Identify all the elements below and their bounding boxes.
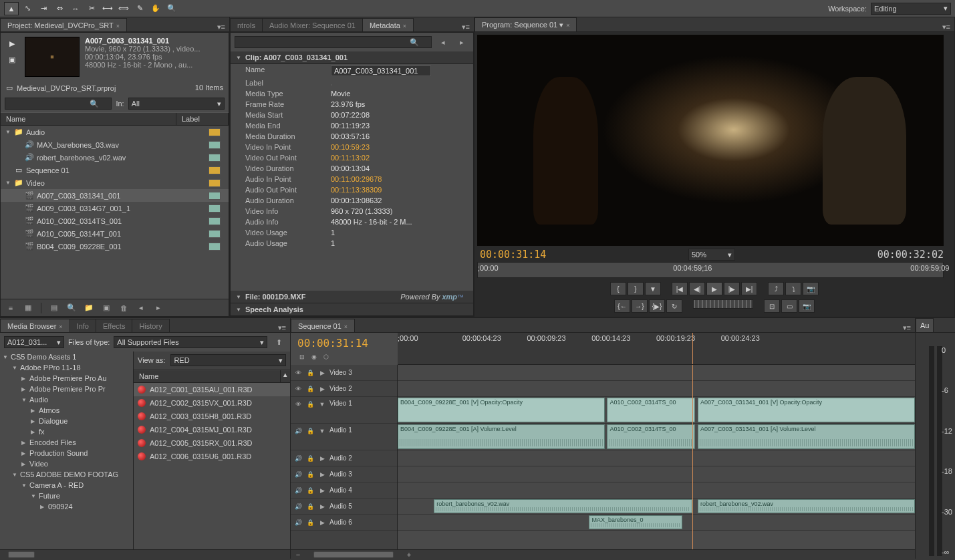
panel-menu-icon[interactable]: ▾≡ <box>942 23 950 31</box>
track-header[interactable]: 👁🔒▼Video 1 <box>291 397 397 424</box>
effect-controls-tab[interactable]: ntrols <box>230 18 263 31</box>
timeline-clip[interactable]: A007_C003_031341_001 [A] Volume:Level <box>698 424 915 449</box>
timeline-clip[interactable]: robert_barebones_v02.wav <box>434 499 692 513</box>
goto-out-icon[interactable]: ▶| <box>741 282 757 295</box>
project-search[interactable]: 🔍 <box>5 98 112 110</box>
track-header[interactable]: 👁🔒▶Video 3 <box>291 365 397 381</box>
goto-prev-marker-icon[interactable]: {← <box>614 299 630 313</box>
lock-track-icon[interactable]: 🔒 <box>305 454 315 463</box>
prev-icon[interactable]: ◂ <box>134 301 148 315</box>
tree-node[interactable]: ▼Adobe PPro 11-18 <box>0 362 133 373</box>
safe-margins-icon[interactable]: ⊡ <box>764 299 780 313</box>
track-lane[interactable]: B004_C009_09228E_001 [V] Opacity:Opacity… <box>398 397 915 424</box>
tree-node[interactable]: ▶Adobe Premiere Pro Pr <box>0 384 133 394</box>
lock-track-icon[interactable]: 🔒 <box>305 426 315 436</box>
bin-item[interactable]: 🔊robert_barebones_v02.wav <box>1 151 229 164</box>
close-icon[interactable]: × <box>403 23 406 29</box>
toggle-track-icon[interactable]: 🔊 <box>293 470 303 479</box>
program-tab[interactable]: Program: Sequence 01 ▾× <box>474 17 577 31</box>
goto-next-marker-icon[interactable]: →} <box>632 299 648 313</box>
mark-in-icon[interactable]: { <box>610 282 626 295</box>
tree-node[interactable]: ▼CS5 ADOBE DEMO FOOTAG <box>0 469 133 480</box>
sequence-tab[interactable]: Sequence 01× <box>291 319 355 332</box>
panel-menu-icon[interactable]: ▾≡ <box>278 323 286 332</box>
new-item-icon[interactable]: ▣ <box>99 301 114 315</box>
tree-node[interactable]: ▶Dialogue <box>0 416 133 426</box>
tree-node[interactable]: ▶090924 <box>0 501 133 512</box>
track-lane[interactable] <box>398 482 915 499</box>
path-dropdown[interactable]: A012_031...▾ <box>4 336 64 348</box>
name-column[interactable]: Name <box>134 370 281 382</box>
media-file-item[interactable]: A012_C002_0315VX_001.R3D <box>134 396 290 410</box>
media-file-item[interactable]: A012_C005_0315RX_001.R3D <box>134 436 290 450</box>
timeline-clip[interactable]: MAX_barebones_0 <box>589 515 682 529</box>
bin-item[interactable]: 🎬A007_C003_031341_001 <box>1 189 229 202</box>
timeline-clip[interactable]: A010_C002_0314TS_00 <box>607 398 695 422</box>
track-lane[interactable] <box>398 450 915 466</box>
timeline-clip[interactable]: B004_C009_09228E_001 [V] Opacity:Opacity <box>398 398 605 422</box>
tree-node[interactable]: ▼Camera A - RED <box>0 480 133 491</box>
timeline-tracks[interactable]: B004_C009_09228E_001 [V] Opacity:Opacity… <box>398 365 915 549</box>
tree-node[interactable]: ▶Video <box>0 458 133 469</box>
icon-view-icon[interactable]: ▦ <box>21 301 35 315</box>
automate-icon[interactable]: ▤ <box>47 301 61 315</box>
timeline-clip[interactable]: A007_C003_031341_001 [V] Opacity:Opacity <box>698 398 915 422</box>
tree-node[interactable]: ▶Production Sound <box>0 448 133 458</box>
up-folder-icon[interactable]: ⬆ <box>271 335 286 349</box>
tree-node[interactable]: ▶Adobe Premiere Pro Au <box>0 373 133 384</box>
pen-tool[interactable]: ✎ <box>132 2 147 15</box>
track-header[interactable]: 🔊🔒▶Audio 5 <box>291 499 397 515</box>
bin-item[interactable]: ▼📁Audio <box>1 126 229 138</box>
close-icon[interactable]: × <box>116 23 120 29</box>
track-header[interactable]: 🔊🔒▼Audio 1 <box>291 424 397 450</box>
step-back-icon[interactable]: ◀| <box>689 282 705 295</box>
track-lane[interactable] <box>398 466 915 482</box>
media-file-list[interactable]: A012_C001_0315AU_001.R3DA012_C002_0315VX… <box>134 383 290 549</box>
ripple-edit-tool[interactable]: ⇥ <box>36 2 51 15</box>
toggle-track-icon[interactable]: 🔊 <box>293 454 303 463</box>
in-filter-dropdown[interactable]: All▾ <box>128 98 225 110</box>
track-lane[interactable]: MAX_barebones_0 <box>398 515 915 531</box>
bin-item[interactable]: 🎬B004_C009_09228E_001 <box>1 240 229 253</box>
razor-tool[interactable]: ✂ <box>84 2 99 15</box>
bin-item[interactable]: 🔊MAX_barebones_03.wav <box>1 138 229 151</box>
tree-node[interactable]: ▼Audio <box>0 394 133 405</box>
timeline-ruler[interactable]: ;00:0000:00:04:2300:00:09:2300:00:14:230… <box>398 333 915 365</box>
lift-icon[interactable]: ⤴ <box>768 282 784 295</box>
effects-tab[interactable]: Effects <box>96 319 132 332</box>
lock-track-icon[interactable]: 🔒 <box>305 400 315 409</box>
mark-out-icon[interactable]: } <box>628 282 644 295</box>
export-frame-icon[interactable]: 📷 <box>803 282 819 295</box>
metadata-tab[interactable]: Metadata× <box>362 18 414 31</box>
file-type-dropdown[interactable]: All Supported Files▾ <box>114 336 267 348</box>
lock-track-icon[interactable]: 🔒 <box>305 384 315 394</box>
playhead[interactable] <box>692 333 693 364</box>
workspace-dropdown[interactable]: Editing▾ <box>871 3 951 15</box>
play-preview-icon[interactable]: ▶ <box>5 37 19 50</box>
track-header[interactable]: 👁🔒▶Video 2 <box>291 381 397 397</box>
bin-item[interactable]: 🎬A010_C005_03144T_001 <box>1 227 229 240</box>
col-name[interactable]: Name <box>1 113 176 125</box>
panel-menu-icon[interactable]: ▾≡ <box>217 23 225 31</box>
find-icon[interactable]: 🔍 <box>64 301 79 315</box>
zoom-in-icon[interactable]: + <box>402 548 416 561</box>
bin-item[interactable]: 🎬A010_C002_0314TS_001 <box>1 215 229 227</box>
toggle-track-icon[interactable]: 🔊 <box>293 518 303 527</box>
timeline-clip[interactable]: robert_barebones_v02.wav <box>698 499 915 513</box>
timeline-timecode[interactable]: 00:00:31:14 <box>297 337 391 349</box>
lock-track-icon[interactable]: 🔒 <box>305 502 315 511</box>
bin-item[interactable]: ▭Sequence 01 <box>1 164 229 176</box>
track-header[interactable]: 🔊🔒▶Audio 3 <box>291 466 397 482</box>
step-fwd-icon[interactable]: |▶ <box>724 282 740 295</box>
zoom-dropdown[interactable]: 50%▾ <box>688 249 735 261</box>
toggle-track-icon[interactable]: 🔊 <box>293 426 303 436</box>
slide-tool[interactable]: ⟺ <box>116 2 131 15</box>
tree-node[interactable]: ▼Future <box>0 491 133 501</box>
h-scrollbar[interactable] <box>0 549 290 559</box>
trash-icon[interactable]: 🗑 <box>116 301 131 315</box>
camera-icon[interactable]: 📷 <box>799 299 815 313</box>
zoom-tool[interactable]: 🔍 <box>164 2 179 15</box>
tree-node[interactable]: ▶Encoded Files <box>0 437 133 448</box>
next-icon[interactable]: ▸ <box>151 301 166 315</box>
audio-meter-tab[interactable]: Au <box>916 318 934 332</box>
